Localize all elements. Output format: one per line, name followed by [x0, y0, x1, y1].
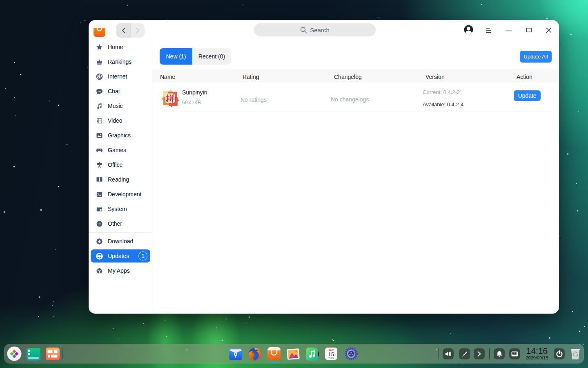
svg-text:TUES: TUES: [329, 357, 334, 359]
svg-text:SEP: SEP: [329, 348, 334, 351]
svg-text:15: 15: [328, 351, 334, 357]
